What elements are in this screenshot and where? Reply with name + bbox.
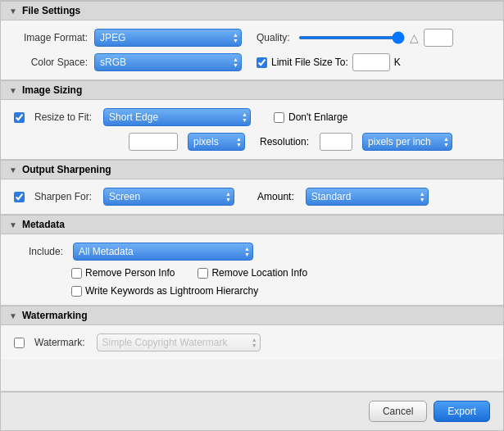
image-sizing-body: Resize to Fit: Short Edge Long Edge Widt… (1, 100, 503, 159)
dont-enlarge-checkbox[interactable] (274, 112, 284, 123)
pixels-value-input[interactable]: 1,200 (129, 133, 178, 151)
quality-triangle: △ (410, 31, 419, 44)
amount-label: Amount: (257, 191, 294, 202)
pixels-row: 1,200 pixels inches cm ▲ ▼ Resolution: 7… (14, 133, 490, 151)
image-format-select-wrapper: JPEG PNG TIFF ▲ ▼ (94, 29, 242, 47)
cancel-button[interactable]: Cancel (369, 401, 427, 422)
image-format-select[interactable]: JPEG PNG TIFF (94, 29, 242, 47)
resolution-label: Resolution: (260, 136, 309, 147)
image-sizing-title: Image Sizing (22, 84, 82, 96)
image-sizing-header: ▼ Image Sizing (1, 80, 503, 100)
remove-location-text: Remove Location Info (211, 267, 307, 279)
limit-file-size-checkbox[interactable] (257, 57, 267, 68)
watermarking-triangle: ▼ (9, 311, 17, 320)
watermarking-title: Watermarking (22, 310, 88, 321)
quality-container: Quality: △ 100 (257, 29, 453, 47)
include-label: Include: (14, 246, 63, 257)
metadata-header: ▼ Metadata (1, 215, 503, 234)
watermarking-header: ▼ Watermarking (1, 306, 503, 325)
limit-file-size-label: Limit File Size To: (271, 57, 348, 68)
file-settings-triangle: ▼ (9, 7, 17, 16)
include-select[interactable]: All Metadata Copyright Only Copyright & … (73, 243, 253, 261)
file-size-input[interactable]: 350 (352, 53, 390, 71)
resize-to-fit-checkbox[interactable] (14, 112, 25, 123)
resize-to-fit-label: Resize to Fit: (34, 111, 92, 123)
image-sizing-triangle: ▼ (9, 86, 17, 95)
image-sizing-section: ▼ Image Sizing Resize to Fit: Short Edge… (1, 80, 503, 160)
metadata-title: Metadata (22, 219, 65, 230)
metadata-body: Include: All Metadata Copyright Only Cop… (1, 234, 503, 305)
output-sharpening-section: ▼ Output Sharpening Sharpen For: Screen … (1, 160, 503, 215)
include-select-wrapper: All Metadata Copyright Only Copyright & … (73, 243, 253, 261)
resolution-unit-select-wrapper: pixels per inch pixels per cm ▲ ▼ (362, 133, 452, 151)
file-settings-body: Image Format: JPEG PNG TIFF ▲ ▼ Quality: (1, 20, 503, 79)
remove-location-checkbox[interactable] (198, 268, 208, 279)
color-space-label: Color Space: (14, 57, 88, 68)
remove-person-label[interactable]: Remove Person Info (71, 267, 175, 279)
watermarking-section: ▼ Watermarking Watermark: Simple Copyrig… (1, 306, 503, 392)
write-keywords-row: Write Keywords as Lightroom Hierarchy (14, 285, 490, 297)
image-format-row: Image Format: JPEG PNG TIFF ▲ ▼ Quality: (14, 29, 490, 47)
file-settings-header: ▼ File Settings (1, 1, 503, 20)
export-button[interactable]: Export (434, 401, 490, 422)
include-row: Include: All Metadata Copyright Only Cop… (14, 243, 490, 261)
quality-slider[interactable] (298, 36, 405, 39)
resize-to-fit-row: Resize to Fit: Short Edge Long Edge Widt… (14, 108, 490, 126)
output-sharpening-title: Output Sharpening (22, 164, 111, 175)
watermark-label: Watermark: (34, 337, 85, 348)
color-space-select[interactable]: sRGB AdobeRGB (94, 53, 242, 71)
file-size-unit: K (394, 57, 401, 68)
quality-label: Quality: (257, 32, 290, 43)
sharpen-for-select-wrapper: Screen Matte Paper Glossy Paper ▲ ▼ (103, 188, 234, 206)
pixels-unit-select[interactable]: pixels inches cm (188, 133, 245, 151)
sharpen-for-label: Sharpen For: (34, 191, 92, 202)
watermark-checkbox[interactable] (14, 338, 25, 348)
color-space-select-wrapper: sRGB AdobeRGB ▲ ▼ (94, 53, 242, 71)
amount-select-wrapper: Low Standard High ▲ ▼ (306, 188, 429, 206)
dont-enlarge-label: Don't Enlarge (288, 111, 347, 123)
file-settings-title: File Settings (22, 5, 80, 16)
write-keywords-text: Write Keywords as Lightroom Hierarchy (85, 285, 258, 297)
sharpen-for-select[interactable]: Screen Matte Paper Glossy Paper (103, 188, 234, 206)
watermark-row: Watermark: Simple Copyright Watermark ▲ … (14, 333, 490, 352)
remove-person-checkbox[interactable] (71, 268, 82, 279)
write-keywords-label[interactable]: Write Keywords as Lightroom Hierarchy (71, 285, 258, 297)
watermarking-body: Watermark: Simple Copyright Watermark ▲ … (1, 325, 503, 360)
write-keywords-checkbox[interactable] (71, 286, 82, 297)
output-sharpening-header: ▼ Output Sharpening (1, 160, 503, 179)
person-location-row: Remove Person Info Remove Location Info (14, 267, 490, 279)
metadata-triangle: ▼ (9, 220, 17, 229)
sharpen-for-checkbox[interactable] (14, 192, 25, 202)
amount-select[interactable]: Low Standard High (306, 188, 429, 206)
file-settings-section: ▼ File Settings Image Format: JPEG PNG T… (1, 1, 503, 80)
limit-file-size-container: Limit File Size To: 350 K (257, 53, 401, 71)
watermark-select-wrapper: Simple Copyright Watermark ▲ ▼ (97, 333, 261, 352)
color-space-row: Color Space: sRGB AdobeRGB ▲ ▼ Limit Fil… (14, 53, 490, 71)
image-format-label: Image Format: (14, 32, 88, 43)
metadata-section: ▼ Metadata Include: All Metadata Copyrig… (1, 215, 503, 306)
resize-fit-select[interactable]: Short Edge Long Edge Width Height (103, 108, 251, 126)
output-sharpening-triangle: ▼ (9, 166, 17, 175)
quality-value-input[interactable]: 100 (424, 29, 453, 47)
watermark-select[interactable]: Simple Copyright Watermark (97, 333, 261, 352)
resize-fit-select-wrapper: Short Edge Long Edge Width Height ▲ ▼ (103, 108, 251, 126)
main-container: ▼ File Settings Image Format: JPEG PNG T… (0, 0, 504, 431)
resolution-unit-select[interactable]: pixels per inch pixels per cm (362, 133, 452, 151)
remove-location-label[interactable]: Remove Location Info (198, 267, 307, 279)
dont-enlarge-container: Don't Enlarge (274, 111, 347, 123)
output-sharpening-body: Sharpen For: Screen Matte Paper Glossy P… (1, 179, 503, 214)
remove-person-text: Remove Person Info (85, 267, 175, 279)
pixels-unit-select-wrapper: pixels inches cm ▲ ▼ (188, 133, 245, 151)
footer: Cancel Export (1, 392, 503, 430)
sharpen-for-row: Sharpen For: Screen Matte Paper Glossy P… (14, 188, 490, 206)
resolution-input[interactable]: 72 (320, 133, 352, 151)
